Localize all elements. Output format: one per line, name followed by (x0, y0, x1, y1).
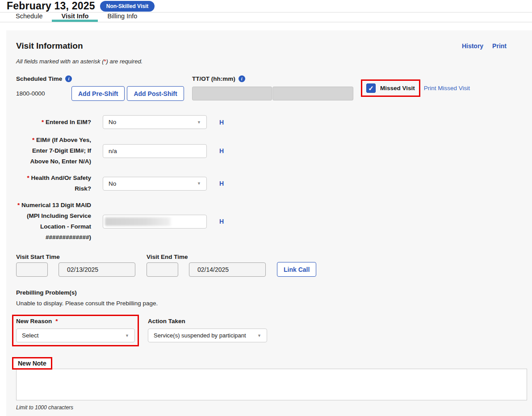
field-history-h-link[interactable]: H (219, 218, 224, 225)
visit-start-date-input (59, 262, 135, 277)
visit-information-panel: Visit Information History Print All fiel… (6, 30, 532, 416)
missed-visit-checkbox[interactable]: ✓ (366, 83, 376, 93)
page-header: February 13, 2025 Non-Skilled Visit (0, 0, 532, 12)
field-history-h-link[interactable]: H (219, 119, 224, 126)
add-pre-shift-button[interactable]: Add Pre-Shift (71, 86, 125, 101)
entered-in-eim-select[interactable]: No ▼ (103, 115, 207, 129)
info-icon[interactable]: i (65, 75, 72, 82)
scheduled-time-value: 1800-0000 (16, 90, 71, 97)
chevron-down-icon: ▼ (197, 181, 201, 186)
visit-start-time-input (16, 262, 48, 277)
eim-number-input[interactable] (103, 144, 207, 158)
field-history-h-link[interactable]: H (219, 180, 224, 187)
eim-number-row: * EIM# (If Above Yes, Enter 7-Digit EIM#… (16, 135, 527, 167)
visit-end-time-input (147, 262, 178, 277)
required-asterisk: * (17, 202, 20, 208)
tab-visit-info[interactable]: Visit Info (52, 12, 98, 22)
new-note-label: New Note (18, 360, 46, 367)
required-asterisk: * (42, 119, 44, 125)
new-reason-highlight: New Reason * Select ▼ (12, 315, 139, 346)
maid-label: * Numerical 13 Digit MAID (MPI Including… (16, 200, 91, 243)
ttot-input-1 (192, 87, 272, 100)
tab-bar: Schedule Visit Info Billing Info (0, 12, 532, 22)
action-taken-label: Action Taken (148, 318, 267, 324)
print-link[interactable]: Print (492, 42, 507, 50)
required-note: All fields marked with an asterisk (*) a… (16, 58, 527, 65)
health-safety-risk-select[interactable]: No ▼ (103, 177, 207, 191)
health-safety-risk-row: * Health And/Or Safety Risk? No ▼ H (16, 173, 527, 194)
chevron-down-icon: ▼ (197, 120, 201, 125)
missed-visit-highlight: ✓ Missed Visit (361, 79, 420, 97)
maid-row: * Numerical 13 Digit MAID (MPI Including… (16, 200, 527, 243)
required-asterisk: * (32, 137, 34, 143)
ttot-input-2 (272, 87, 353, 100)
action-taken-select[interactable]: Service(s) suspended by participant ▼ (148, 329, 267, 342)
required-asterisk: * (55, 318, 58, 324)
field-history-h-link[interactable]: H (219, 147, 224, 154)
chevron-down-icon: ▼ (257, 333, 261, 338)
redacted-value (105, 217, 172, 226)
maid-input[interactable] (103, 215, 207, 229)
prebilling-problems-label: Prebilling Problem(s) (16, 289, 527, 296)
note-limit-text: Limit to 1000 characters (16, 404, 527, 411)
scheduled-time-label: Scheduled Time i (16, 75, 192, 82)
visit-type-badge: Non-Skilled Visit (100, 1, 155, 12)
new-reason-label: New Reason * (16, 318, 135, 324)
new-reason-select[interactable]: Select ▼ (16, 329, 135, 342)
visit-information-heading: Visit Information (16, 41, 83, 51)
tab-schedule[interactable]: Schedule (6, 12, 52, 22)
chevron-down-icon: ▼ (125, 333, 129, 338)
history-link[interactable]: History (462, 42, 483, 50)
add-post-shift-button[interactable]: Add Post-Shift (127, 86, 184, 101)
eim-number-label: * EIM# (If Above Yes, Enter 7-Digit EIM#… (16, 135, 91, 167)
missed-visit-label: Missed Visit (380, 85, 415, 92)
new-note-highlight: New Note (12, 357, 52, 370)
prebilling-message: Unable to display. Please consult the Pr… (16, 300, 527, 307)
link-call-button[interactable]: Link Call (277, 262, 316, 277)
ttot-label: TT/OT (hh:mm) i (192, 75, 354, 82)
info-icon[interactable]: i (239, 75, 245, 82)
entered-in-eim-row: * Entered In EIM? No ▼ H (16, 115, 527, 129)
new-note-textarea[interactable] (16, 369, 527, 400)
tab-billing-info[interactable]: Billing Info (98, 12, 147, 22)
visit-start-time-label: Visit Start Time (16, 254, 135, 260)
page-title: February 13, 2025 (7, 0, 95, 12)
print-missed-visit-link[interactable]: Print Missed Visit (424, 85, 470, 92)
visit-end-time-label: Visit End Time (147, 254, 266, 260)
visit-end-date-input (189, 262, 266, 277)
health-safety-risk-label: * Health And/Or Safety Risk? (16, 173, 91, 194)
required-asterisk: * (27, 175, 29, 181)
entered-in-eim-label: * Entered In EIM? (16, 117, 91, 128)
